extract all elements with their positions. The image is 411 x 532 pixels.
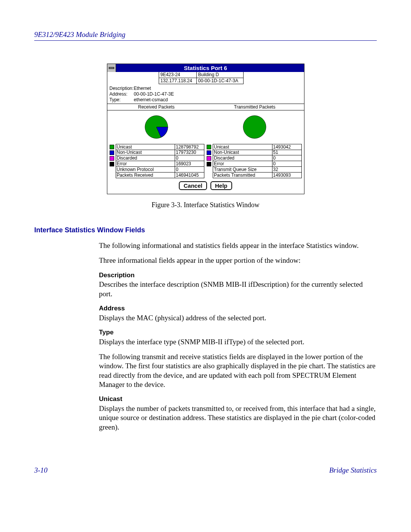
field-text-unicast: Displays the number of packets transmitt… (99, 404, 377, 432)
system-menu-icon[interactable] (107, 64, 116, 72)
transmitted-header: Transmitted Packets (206, 104, 304, 110)
type-value: ethernet-csmacd (134, 97, 168, 103)
body-intro-1: The following informational and statisti… (99, 241, 377, 250)
stat-label: Non-Unicast (213, 150, 272, 155)
description-label: Description: (110, 86, 134, 91)
footer-section: Bridge Statistics (329, 466, 377, 474)
stat-label: Non-Unicast (116, 150, 175, 155)
swatch-blue (207, 150, 211, 155)
field-text-type: Displays the interface type (SNMP MIB-II… (99, 337, 377, 347)
page-header: 9E312/9E423 Module Bridging (34, 30, 377, 39)
stat-value: 1493093 (272, 173, 302, 178)
description-value: Ethernet (134, 86, 151, 91)
field-title-address: Address (99, 304, 377, 313)
stat-value: 0 (272, 155, 302, 161)
stat-label: Transmit Queue Size (213, 167, 272, 173)
stat-value: 1493042 (272, 144, 302, 150)
type-label: Type: (110, 97, 134, 103)
stat-label: Unicast (116, 144, 175, 150)
body-intro-2: Three informational fields appear in the… (99, 256, 377, 265)
stat-label: Packets Transmitted (213, 173, 272, 178)
cancel-button[interactable]: Cancel (179, 181, 207, 190)
swatch-green (110, 145, 114, 149)
received-stats-table: Unicast128798792 Non-Unicast17973230 Dis… (110, 144, 205, 178)
swatch-magenta (207, 156, 211, 161)
swatch-magenta (110, 156, 114, 161)
section-heading: Interface Statistics Window Fields (34, 226, 377, 234)
swatch-black (207, 162, 211, 166)
field-text-address: Displays the MAC (physical) address of t… (99, 313, 377, 323)
stats-headers: Received Packets Transmitted Packets (107, 104, 304, 110)
page-number: 3-10 (34, 466, 48, 474)
pie-charts-row (107, 110, 304, 144)
stat-value: 0 (272, 161, 302, 167)
device-mac-cell: 00-00-1D-1C-47-3A (197, 78, 243, 84)
stat-value: 17973230 (175, 150, 204, 155)
stat-tables: Unicast128798792 Non-Unicast17973230 Dis… (107, 144, 304, 181)
stat-label: Unicast (213, 144, 272, 150)
transmitted-stats-table: Unicast1493042 Non-Unicast51 Discarded0 … (207, 144, 302, 178)
stat-label: Packets Received (116, 173, 175, 178)
stat-value: 0 (175, 167, 204, 173)
device-ip-cell: 132.177.118.24 (159, 78, 196, 84)
received-header: Received Packets (107, 104, 206, 110)
address-label: Address: (110, 91, 134, 97)
address-value: 00-00-1D-1C-47-3E (134, 91, 174, 97)
button-row: Cancel Help (107, 181, 304, 194)
figure-caption: Figure 3-3. Interface Statistics Window (34, 201, 377, 209)
swatch-green (207, 145, 211, 149)
stat-value: 0 (175, 155, 204, 161)
stat-label: Error (213, 161, 272, 167)
window-titlebar: Statistics Port 6 (107, 64, 304, 72)
statistics-window: Statistics Port 6 9E423-24 132.177.118.2… (107, 64, 304, 194)
header-rule (34, 40, 377, 41)
stat-value: 32 (272, 167, 302, 173)
building-cell: Building D (197, 72, 243, 78)
field-title-description: Description (99, 271, 377, 280)
stat-value: 169023 (175, 161, 204, 167)
field-text-description: Describes the interface description (SNM… (99, 280, 377, 299)
field-title-type: Type (99, 328, 377, 337)
transmitted-pie-chart (237, 113, 272, 141)
stat-label: Discarded (116, 155, 175, 161)
field-text-stats-intro: The following transmit and receive stati… (99, 352, 377, 389)
swatch-black (110, 162, 114, 166)
field-title-unicast: Unicast (99, 395, 377, 403)
svg-point-1 (243, 116, 266, 139)
page-footer: 3-10 Bridge Statistics (34, 466, 377, 474)
stat-label: Unknown Protocol (116, 167, 175, 173)
received-pie-chart (139, 113, 174, 141)
stat-label: Error (116, 161, 175, 167)
help-button[interactable]: Help (210, 181, 232, 190)
swatch-blue (110, 150, 114, 155)
stat-value: 51 (272, 150, 302, 155)
window-title: Statistics Port 6 (184, 65, 227, 71)
device-name-cell: 9E423-24 (159, 72, 196, 78)
description-block: Description: Ethernet Address: 00-00-1D-… (107, 84, 304, 104)
stat-value: 128798792 (175, 144, 204, 150)
stat-label: Discarded (213, 155, 272, 161)
device-info-grid: 9E423-24 132.177.118.24 Building D 00-00… (159, 72, 304, 84)
stat-value: 146941045 (175, 173, 204, 178)
